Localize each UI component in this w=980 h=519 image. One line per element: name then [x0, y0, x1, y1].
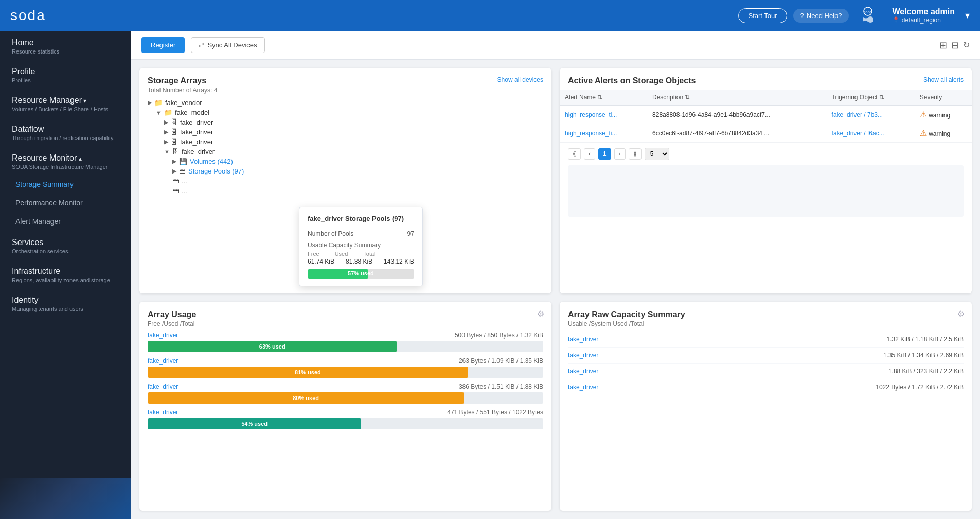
- raw-cap-values-3: 1022 Bytes / 1.72 KiB / 2.72 KiB: [876, 384, 964, 391]
- driver4-toggle[interactable]: ▼: [164, 149, 170, 155]
- sync-button[interactable]: ⇄ Sync All Devices: [191, 37, 264, 53]
- pools-toggle[interactable]: ▶: [172, 168, 176, 175]
- alert-row-0: high_response_ti... 828a8808-1d96-4a84-a…: [560, 106, 972, 124]
- usage-driver-1[interactable]: fake_driver: [148, 357, 178, 365]
- sidebar-item-identity[interactable]: Identity Managing tenants and users: [0, 288, 131, 317]
- sort-icon[interactable]: ⇅: [597, 94, 602, 101]
- usage-row-1: fake_driver 263 Bytes / 1.09 KiB / 1.35 …: [148, 357, 543, 378]
- driver1-toggle[interactable]: ▶: [164, 119, 168, 126]
- grid-view-icon[interactable]: ⊞: [939, 40, 947, 51]
- usage-row-header-1: fake_driver 263 Bytes / 1.09 KiB / 1.35 …: [148, 357, 543, 365]
- array-usage-settings-icon[interactable]: ⚙: [537, 309, 544, 319]
- storage-arrays-card: Storage Arrays Total Number of Arrays: 4…: [139, 68, 551, 293]
- tree-more-1: 🗃 ...: [172, 176, 543, 186]
- vendor-toggle[interactable]: ▶: [148, 99, 152, 106]
- location-icon: 📍: [892, 16, 900, 24]
- need-help-button[interactable]: ? Need Help?: [793, 9, 849, 23]
- page-next-btn[interactable]: ›: [614, 148, 626, 160]
- raw-cap-row-3: fake_driver 1022 Bytes / 1.72 KiB / 2.72…: [568, 379, 964, 395]
- usage-row-3: fake_driver 471 Bytes / 551 Bytes / 1022…: [148, 409, 543, 429]
- popup-cap-header: Free Used Total: [308, 251, 414, 257]
- header-actions: Start Tour ? Need Help? soda Welcome adm…: [738, 5, 970, 26]
- alert-desc-cell: 828a8808-1d96-4a84-a9e1-4bb96a9acf7...: [647, 106, 827, 124]
- model-toggle[interactable]: ▼: [156, 110, 162, 116]
- usage-bar-container-0: 63% used: [148, 341, 543, 352]
- toolbar-right: ⊞ ⊟ ↻: [939, 40, 970, 51]
- warning-icon: ⚠: [920, 129, 927, 137]
- refresh-icon[interactable]: ↻: [963, 40, 970, 50]
- array-usage-subtitle: Free /Used /Total: [148, 320, 196, 327]
- raw-cap-driver-3[interactable]: fake_driver: [568, 384, 598, 391]
- tree-driver-3: ▶ 🗄 fake_driver: [164, 137, 543, 147]
- popup-pools-count: Number of Pools 97: [308, 230, 414, 237]
- sidebar-item-profile[interactable]: Profile Profiles: [0, 60, 131, 89]
- sidebar-sub-performance-monitor[interactable]: Performance Monitor: [0, 194, 131, 212]
- header: soda Start Tour ? Need Help? soda Welcom…: [0, 0, 980, 31]
- sidebar-item-home[interactable]: Home Resource statistics: [0, 31, 131, 60]
- raw-cap-row-0: fake_driver 1.32 KiB / 1.18 KiB / 2.5 Ki…: [568, 332, 964, 348]
- question-icon: ?: [800, 12, 804, 20]
- raw-cap-section: fake_driver 1.32 KiB / 1.18 KiB / 2.5 Ki…: [560, 332, 972, 404]
- content-area: Register ⇄ Sync All Devices ⊞ ⊟ ↻ Storag…: [131, 31, 980, 519]
- storage-arrays-subtitle: Total Number of Arrays: 4: [148, 86, 217, 94]
- col-severity: Severity: [915, 90, 972, 106]
- usage-values-1: 263 Bytes / 1.09 KiB / 1.35 KiB: [459, 357, 543, 365]
- sidebar-item-resource-monitor[interactable]: Resource Monitor SODA Storage Infrastruc…: [0, 146, 131, 175]
- sort-icon-desc[interactable]: ⇅: [685, 94, 690, 101]
- user-info: Welcome admin 📍 default_region: [892, 7, 955, 24]
- sidebar-item-resource-manager[interactable]: Resource Manager Volumes / Buckets / Fil…: [0, 89, 131, 117]
- raw-cap-driver-1[interactable]: fake_driver: [568, 352, 598, 359]
- content-toolbar: Register ⇄ Sync All Devices ⊞ ⊟ ↻: [131, 31, 980, 60]
- page-last-btn[interactable]: ⟫: [629, 148, 642, 160]
- warning-icon: ⚠: [920, 110, 927, 119]
- page-1-btn[interactable]: 1: [598, 148, 611, 160]
- col-description: Description ⇅: [647, 90, 827, 106]
- raw-cap-driver-0[interactable]: fake_driver: [568, 336, 598, 343]
- register-button[interactable]: Register: [141, 37, 185, 53]
- raw-cap-driver-2[interactable]: fake_driver: [568, 368, 598, 375]
- raw-cap-values-0: 1.32 KiB / 1.18 KiB / 2.5 KiB: [887, 336, 964, 343]
- storage-arrays-header: Storage Arrays Total Number of Arrays: 4…: [139, 68, 551, 98]
- volumes-toggle[interactable]: ▶: [172, 158, 176, 165]
- usage-bar-fill-1: 81% used: [148, 367, 468, 378]
- array-usage-header: Array Usage Free /Used /Total: [139, 302, 551, 332]
- usage-driver-2[interactable]: fake_driver: [148, 383, 178, 390]
- alert-severity-cell: ⚠ warning: [915, 106, 972, 124]
- tree-model-container: ▼ 📁 fake_model ▶ 🗄 fake_driver: [148, 108, 543, 196]
- page-prev-btn[interactable]: ‹: [584, 148, 595, 160]
- list-view-icon[interactable]: ⊟: [951, 40, 959, 51]
- usage-driver-0[interactable]: fake_driver: [148, 332, 178, 339]
- usage-row-header-2: fake_driver 386 Bytes / 1.51 KiB / 1.88 …: [148, 383, 543, 390]
- usage-row-header-0: fake_driver 500 Bytes / 850 Bytes / 1.32…: [148, 332, 543, 339]
- tree-storage-pools: ▶ 🗃 Storage Pools (97): [172, 166, 543, 176]
- usage-driver-3[interactable]: fake_driver: [148, 409, 178, 416]
- sidebar-sub-alert-manager[interactable]: Alert Manager: [0, 212, 131, 231]
- usage-bar-fill-2: 80% used: [148, 392, 464, 404]
- sidebar-item-infrastructure[interactable]: Infrastructure Regions, availability zon…: [0, 260, 131, 288]
- usage-bar-container-2: 80% used: [148, 392, 543, 404]
- show-all-alerts-link[interactable]: Show all alerts: [923, 76, 964, 83]
- svg-text:soda: soda: [864, 10, 871, 14]
- page-first-btn[interactable]: ⟪: [568, 148, 581, 160]
- alert-severity-cell: ⚠ warning: [915, 124, 972, 143]
- sidebar: Home Resource statistics Profile Profile…: [0, 31, 131, 519]
- sidebar-item-services[interactable]: Services Orchestration services.: [0, 231, 131, 260]
- usage-bar-container-1: 81% used: [148, 367, 543, 378]
- driver2-db-icon: 🗄: [171, 128, 177, 136]
- user-menu-chevron[interactable]: ▾: [965, 10, 970, 21]
- driver2-toggle[interactable]: ▶: [164, 129, 168, 135]
- sort-icon-trig[interactable]: ⇅: [879, 94, 884, 101]
- raw-cap-settings-icon[interactable]: ⚙: [957, 309, 965, 319]
- page-size-select[interactable]: 5 10 20: [645, 148, 669, 160]
- sidebar-item-dataflow[interactable]: Dataflow Through migration / replication…: [0, 117, 131, 146]
- driver3-toggle[interactable]: ▶: [164, 139, 168, 145]
- raw-cap-row-2: fake_driver 1.88 KiB / 323 KiB / 2.2 KiB: [568, 364, 964, 379]
- start-tour-button[interactable]: Start Tour: [738, 8, 787, 23]
- usage-bar-label-1: 81% used: [295, 369, 321, 375]
- raw-cap-values-1: 1.35 KiB / 1.34 KiB / 2.69 KiB: [883, 352, 964, 359]
- tree-driver4-children: ▶ 💾 Volumes (442) ▶ 🗃 Storage Pools (97): [164, 157, 543, 196]
- show-all-devices-link[interactable]: Show all devices: [497, 76, 543, 83]
- sidebar-sub-storage-summary[interactable]: Storage Summary: [0, 175, 131, 194]
- vendor-folder-icon: 📁: [154, 99, 163, 107]
- array-usage-card: ⚙ Array Usage Free /Used /Total fake_dri…: [139, 302, 551, 511]
